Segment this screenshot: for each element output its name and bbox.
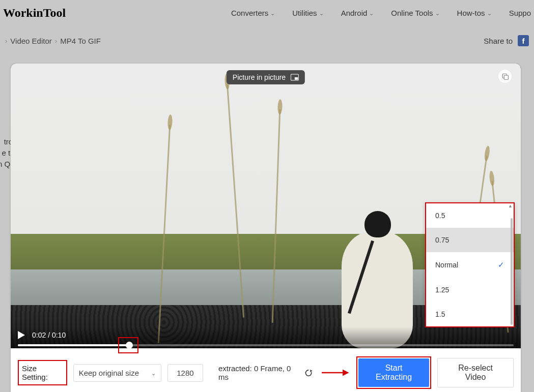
- nav-online-label: Online Tools: [391, 9, 433, 17]
- breadcrumb-current: MP4 To GIF: [60, 37, 101, 45]
- extract-toolbar: Size Setting: Keep original size ⌄ extra…: [11, 348, 521, 392]
- nav-support-label: Suppo: [509, 9, 531, 17]
- logo[interactable]: WorkinTool: [3, 6, 66, 20]
- chevron-down-icon: ⌄: [270, 10, 275, 17]
- nav-utilities[interactable]: Utilities ⌄: [292, 9, 323, 17]
- chevron-down-icon: ⌄: [319, 10, 324, 17]
- pip-label: Picture in picture: [233, 73, 286, 81]
- copy-icon[interactable]: [498, 70, 512, 83]
- speed-option-0-5[interactable]: 0.5: [426, 203, 514, 228]
- nav-howtos-label: How-tos: [457, 9, 485, 17]
- size-setting-label: Size Setting:: [18, 360, 67, 385]
- nav-online-tools[interactable]: Online Tools ⌄: [391, 9, 439, 17]
- video-progress-bar[interactable]: [18, 344, 514, 346]
- chevron-down-icon: ⌄: [435, 10, 440, 17]
- video-progress-thumb[interactable]: [126, 342, 133, 349]
- size-width-input[interactable]: [167, 364, 203, 382]
- speed-option-label: Normal: [435, 261, 458, 269]
- speed-option-label: 0.75: [435, 236, 449, 244]
- video-current-time: 0:02: [32, 331, 46, 339]
- chevron-down-icon: ⌄: [487, 10, 492, 17]
- svg-marker-5: [310, 370, 312, 372]
- breadcrumb-parent[interactable]: Video Editor: [10, 37, 51, 45]
- extracted-status: extracted: 0 Frame, 0 ms: [218, 364, 313, 381]
- nav-howtos[interactable]: How-tos ⌄: [457, 9, 492, 17]
- size-select[interactable]: Keep original size ⌄: [73, 364, 161, 382]
- picture-in-picture-button[interactable]: Picture in picture: [227, 70, 305, 84]
- nav-android-label: Android: [341, 9, 368, 17]
- speed-menu-scrollbar[interactable]: [511, 218, 513, 325]
- speed-option-label: 1.5: [435, 310, 445, 318]
- svg-rect-3: [504, 75, 508, 79]
- svg-rect-1: [295, 77, 298, 80]
- chevron-right-icon: ›: [5, 37, 7, 45]
- nav-support[interactable]: Suppo: [509, 9, 531, 17]
- chevron-right-icon: ›: [55, 37, 57, 45]
- nav-android[interactable]: Android ⌄: [341, 9, 374, 17]
- share-label: Share to: [484, 37, 513, 45]
- chevron-down-icon: ⌄: [151, 370, 156, 377]
- video-time: 0:02 / 0:10: [32, 331, 66, 339]
- scroll-up-icon[interactable]: ▲: [508, 203, 513, 208]
- speed-option-0-75[interactable]: 0.75: [426, 228, 514, 252]
- speed-option-1-5[interactable]: 1.5: [426, 302, 514, 326]
- speed-option-label: 1.25: [435, 286, 449, 294]
- reload-icon[interactable]: [304, 369, 313, 377]
- top-nav: WorkinTool Converters ⌄ Utilities ⌄ Andr…: [0, 0, 534, 35]
- share-area: Share to f: [484, 35, 529, 46]
- breadcrumb-row: › Video Editor › MP4 To GIF Share to f: [0, 35, 534, 48]
- pip-icon: [291, 74, 299, 81]
- check-icon: ✓: [498, 260, 504, 269]
- svg-marker-7: [343, 370, 349, 376]
- video-controls: 0:02 / 0:10: [11, 327, 521, 348]
- reselect-video-button[interactable]: Re-select Video: [437, 358, 514, 387]
- facebook-share-button[interactable]: f: [518, 35, 529, 46]
- nav-utilities-label: Utilities: [292, 9, 317, 17]
- playback-speed-menu: ▲ 0.5 0.75 Normal ✓ 1.25 1.5: [425, 202, 515, 327]
- play-icon[interactable]: [18, 331, 25, 339]
- video-progress-fill: [18, 344, 129, 346]
- nav-converters[interactable]: Converters ⌄: [231, 9, 275, 17]
- extracted-label: extracted: 0 Frame, 0 ms: [218, 364, 299, 381]
- annotation-arrow: [322, 368, 349, 378]
- chevron-down-icon: ⌄: [369, 10, 374, 17]
- nav-links: Converters ⌄ Utilities ⌄ Android ⌄ Onlin…: [231, 9, 531, 17]
- speed-option-label: 0.5: [435, 212, 445, 220]
- nav-converters-label: Converters: [231, 9, 268, 17]
- video-player[interactable]: Picture in picture ▲ 0.5 0.75 Normal: [11, 64, 521, 348]
- svg-marker-4: [18, 331, 25, 339]
- size-select-value: Keep original size: [79, 369, 139, 377]
- video-duration: 0:10: [52, 331, 66, 339]
- editor-card: Picture in picture ▲ 0.5 0.75 Normal: [11, 64, 521, 392]
- speed-option-normal[interactable]: Normal ✓: [426, 252, 514, 278]
- speed-option-1-25[interactable]: 1.25: [426, 278, 514, 302]
